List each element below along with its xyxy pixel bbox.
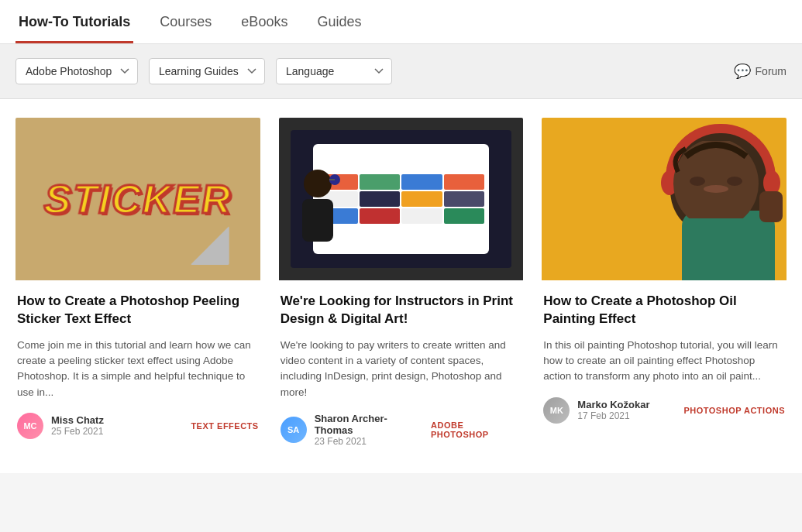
svg-point-7 <box>704 185 728 193</box>
card-2-meta: SA Sharon Archer-Thomas 23 Feb 2021 ADOB… <box>281 413 522 447</box>
type-filter[interactable]: Learning Guides <box>149 58 265 84</box>
card-1-avatar-text: MC <box>23 421 36 431</box>
card-3-image <box>542 118 787 280</box>
language-filter[interactable]: Language <box>276 58 392 84</box>
svg-point-0 <box>304 170 332 197</box>
card-1-excerpt: Come join me in this tutorial and learn … <box>17 338 259 400</box>
forum-label: Forum <box>756 65 787 77</box>
card-2-avatar-text: SA <box>287 425 299 434</box>
card-2-tag[interactable]: ADOBE PHOTOSHOP <box>431 420 521 439</box>
card-1-title: How to Create a Photoshop Peeling Sticke… <box>17 293 259 328</box>
card-2-body: We're Looking for Instructors in Print D… <box>279 280 524 455</box>
card-instructor[interactable]: We're Looking for Instructors in Print D… <box>279 118 524 455</box>
software-filter[interactable]: Adobe Photoshop <box>15 58 138 84</box>
card-2-excerpt: We're looking to pay writers to create w… <box>281 338 522 400</box>
card-3-avatar: MK <box>543 397 570 424</box>
nav-bar: How-To Tutorials Courses eBooks Guides <box>0 0 802 44</box>
card-1-avatar: MC <box>17 413 43 439</box>
card-2-author-name: Sharon Archer-Thomas <box>315 413 423 436</box>
card-1-tag[interactable]: TEXT EFFECTS <box>191 421 258 431</box>
card-2-image <box>279 118 524 280</box>
card-3-body: How to Create a Photoshop Oil Painting E… <box>542 280 787 431</box>
card-oil-painting[interactable]: How to Create a Photoshop Oil Painting E… <box>542 118 787 455</box>
card-1-author-info: Miss Chatz 25 Feb 2021 <box>51 414 104 437</box>
card-3-title: How to Create a Photoshop Oil Painting E… <box>543 293 785 328</box>
sticker-peel-decoration <box>191 226 229 265</box>
cards-grid: STICKER How to Create a Photoshop Peelin… <box>15 118 787 455</box>
card-3-author-info: Marko Kožokar 17 Feb 2021 <box>577 399 649 421</box>
card-3-excerpt: In this oil painting Photoshop tutorial,… <box>543 338 785 385</box>
card-2-title: We're Looking for Instructors in Print D… <box>281 293 522 328</box>
filter-bar: Adobe Photoshop Learning Guides Language… <box>0 44 802 99</box>
svg-point-6 <box>727 177 742 186</box>
nav-tabs: How-To Tutorials Courses eBooks Guides <box>15 0 787 43</box>
card-1-author-name: Miss Chatz <box>51 414 104 426</box>
tab-guides[interactable]: Guides <box>314 0 364 43</box>
sticker-text-decoration: STICKER <box>43 176 232 222</box>
card-3-date: 17 Feb 2021 <box>577 410 649 421</box>
svg-rect-1 <box>302 199 333 242</box>
card-3-avatar-text: MK <box>550 406 563 415</box>
content-area: STICKER How to Create a Photoshop Peelin… <box>0 99 802 473</box>
card-1-image: STICKER <box>15 118 260 280</box>
tab-courses[interactable]: Courses <box>157 0 215 43</box>
body-decoration <box>682 211 775 280</box>
card-2-avatar: SA <box>281 417 307 443</box>
card-3-author-name: Marko Kožokar <box>577 399 649 410</box>
card-2-author-info: Sharon Archer-Thomas 23 Feb 2021 <box>315 413 423 447</box>
person-silhouette-svg <box>294 164 341 242</box>
card-1-meta: MC Miss Chatz 25 Feb 2021 TEXT EFFECTS <box>17 413 259 439</box>
card-3-meta: MK Marko Kožokar 17 Feb 2021 PHOTOSHOP A… <box>543 397 785 424</box>
forum-icon: 💬 <box>734 63 751 80</box>
card-3-tag[interactable]: PHOTOSHOP ACTIONS <box>683 406 785 415</box>
svg-point-5 <box>690 177 705 186</box>
card-sticker[interactable]: STICKER How to Create a Photoshop Peelin… <box>15 118 260 455</box>
tab-how-to[interactable]: How-To Tutorials <box>15 0 133 43</box>
face-detail-svg <box>663 141 769 218</box>
forum-link[interactable]: 💬 Forum <box>734 63 787 80</box>
card-2-date: 23 Feb 2021 <box>315 436 423 447</box>
tab-ebooks[interactable]: eBooks <box>238 0 291 43</box>
card-1-date: 25 Feb 2021 <box>51 426 104 437</box>
card-1-body: How to Create a Photoshop Peeling Sticke… <box>15 280 260 447</box>
